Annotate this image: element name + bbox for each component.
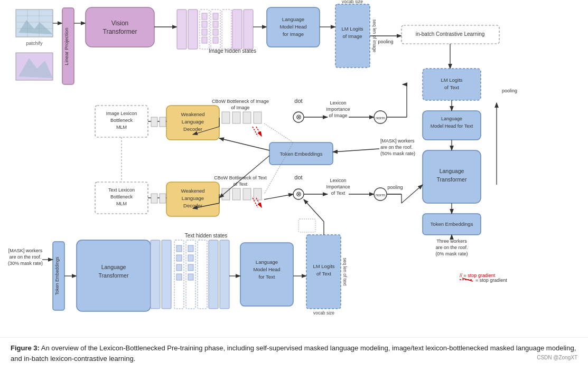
- svg-rect-120: [198, 240, 207, 309]
- diagram-area: patchify Linear Projection Vision Transf…: [0, 0, 588, 338]
- vocab-size-bottom-label: vocab size: [313, 310, 334, 316]
- svg-rect-65: [232, 112, 240, 123]
- svg-text:MLM: MLM: [116, 201, 127, 206]
- svg-text:Decoder: Decoder: [183, 203, 202, 208]
- svg-text:LM Logits: LM Logits: [341, 26, 363, 32]
- svg-text:norm: norm: [376, 116, 386, 120]
- svg-text:of Image: of Image: [231, 105, 249, 110]
- svg-text:Text Lexicon: Text Lexicon: [108, 187, 135, 193]
- mask-workers-bottom-label: [MASK] workers: [8, 248, 43, 253]
- svg-text:LM Logits: LM Logits: [441, 77, 462, 83]
- svg-rect-122: [176, 255, 182, 261]
- pooling-top-label: pooling: [378, 39, 393, 44]
- token-embeddings-bottom-label: Token Embeddings: [54, 257, 60, 295]
- svg-text:(30% mask rate): (30% mask rate): [8, 261, 43, 266]
- svg-text:Language: Language: [440, 168, 464, 174]
- svg-line-82: [219, 138, 269, 150]
- dot-bottom-label: dot: [294, 174, 302, 180]
- svg-text:MLM: MLM: [116, 125, 127, 130]
- pooling-bottom-label: pooling: [387, 185, 403, 190]
- dot-top-label: dot: [294, 98, 302, 104]
- svg-text:Transformer: Transformer: [437, 176, 467, 183]
- svg-rect-91: [160, 194, 166, 203]
- cbow-image-label: CBoW Bottleneck of Image: [212, 99, 269, 104]
- svg-rect-95: [243, 188, 251, 200]
- svg-rect-109: [298, 219, 315, 232]
- svg-rect-130: [220, 240, 229, 309]
- svg-text:Importance: Importance: [326, 184, 350, 189]
- svg-rect-90: [151, 194, 157, 203]
- svg-line-144: [253, 127, 258, 136]
- lexicon-importance-text-label: Lexicon: [330, 178, 346, 183]
- token-embeddings-right-label: Token Embeddings: [431, 221, 473, 227]
- svg-rect-28: [244, 9, 253, 49]
- svg-rect-25: [213, 29, 218, 35]
- svg-rect-123: [176, 264, 182, 271]
- svg-text:Bottleneck: Bottleneck: [110, 118, 133, 123]
- svg-text:for Text: for Text: [259, 274, 275, 280]
- svg-text:for Image: for Image: [283, 31, 304, 37]
- svg-line-81: [333, 149, 379, 152]
- mask-workers-top-label: [MASK] workers: [380, 138, 415, 144]
- three-workers-label: Three workers: [436, 239, 467, 244]
- vocab-size-top-label: vocab size: [342, 0, 363, 4]
- svg-rect-27: [232, 9, 242, 49]
- seq-len-text-label: seq len of text: [342, 258, 348, 287]
- svg-text:= stop gradient: = stop gradient: [475, 278, 507, 283]
- svg-rect-126: [188, 255, 193, 261]
- svg-text:Language: Language: [282, 16, 304, 22]
- svg-rect-127: [188, 264, 193, 271]
- svg-line-107: [402, 185, 423, 203]
- svg-text:Language: Language: [256, 259, 278, 265]
- svg-line-150: [264, 194, 293, 199]
- svg-text:are on the roof.: are on the roof.: [380, 145, 413, 150]
- svg-text:⊗: ⊗: [296, 190, 302, 198]
- svg-rect-66: [243, 112, 251, 123]
- token-embeddings-center-label: Token Embeddings: [280, 151, 323, 157]
- svg-text:Weakened: Weakened: [181, 188, 204, 194]
- vision-transformer-label: Vision: [111, 20, 128, 27]
- vision-transformer-box: [86, 7, 154, 47]
- svg-text:norm: norm: [376, 193, 386, 197]
- svg-text:Weakened: Weakened: [181, 111, 204, 117]
- svg-rect-21: [202, 29, 207, 35]
- svg-text:Importance: Importance: [326, 107, 350, 112]
- svg-line-148: [264, 123, 293, 142]
- svg-text:of Image: of Image: [329, 113, 347, 118]
- svg-text:are on the roof.: are on the roof.: [435, 245, 468, 250]
- text-hidden-states-label: Text hidden states: [185, 233, 228, 239]
- svg-rect-67: [254, 112, 262, 123]
- svg-text:⊗: ⊗: [296, 113, 302, 121]
- svg-rect-19: [202, 13, 207, 20]
- svg-text:are on the roof.: are on the roof.: [9, 254, 41, 260]
- caption-figure-label: Figure 3:: [11, 344, 40, 352]
- svg-rect-125: [188, 245, 193, 252]
- svg-text:of Text: of Text: [331, 190, 346, 196]
- svg-rect-23: [213, 13, 218, 20]
- svg-text:Decoder: Decoder: [183, 126, 202, 132]
- svg-text:of Text: of Text: [316, 271, 331, 276]
- svg-text:Image Lexicon: Image Lexicon: [106, 111, 137, 116]
- main-container: patchify Linear Projection Vision Transf…: [0, 0, 588, 368]
- svg-text:(50% mask rate): (50% mask rate): [380, 151, 415, 156]
- svg-rect-96: [254, 188, 262, 200]
- svg-rect-124: [176, 274, 182, 280]
- svg-text:Language: Language: [441, 116, 462, 121]
- svg-text:Bottleneck: Bottleneck: [110, 194, 133, 199]
- svg-text:Language: Language: [101, 264, 126, 270]
- svg-text:Model Head: Model Head: [253, 266, 280, 272]
- svg-text:Language: Language: [182, 195, 204, 201]
- svg-rect-64: [222, 112, 230, 123]
- svg-rect-129: [209, 240, 218, 309]
- svg-rect-24: [213, 21, 218, 27]
- svg-text:Model Head for Text: Model Head for Text: [431, 123, 473, 129]
- svg-rect-61: [151, 117, 157, 127]
- svg-rect-128: [188, 274, 193, 280]
- caption-text: An overview of the Lexicon-Bottlenecked …: [11, 344, 576, 363]
- svg-text:Transformer: Transformer: [99, 272, 129, 279]
- svg-rect-18: [222, 9, 231, 49]
- svg-text:Transformer: Transformer: [103, 28, 137, 35]
- svg-rect-26: [213, 37, 218, 43]
- contrastive-learning-label: in-batch Contrastive Learning: [416, 31, 485, 37]
- svg-text:LM Logits: LM Logits: [313, 263, 334, 269]
